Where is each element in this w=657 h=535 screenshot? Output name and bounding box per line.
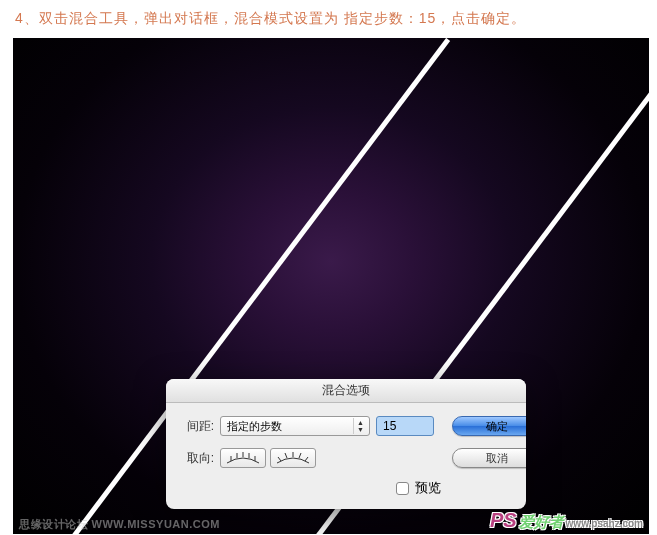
watermark-text: 爱好者 bbox=[519, 513, 564, 532]
align-page-icon bbox=[225, 451, 261, 465]
dialog-title: 混合选项 bbox=[166, 379, 526, 403]
dialog-body: 间距: 指定的步数 ▲▼ 15 确定 取向: bbox=[166, 403, 526, 509]
instruction-text: 4、双击混合工具，弹出对话框，混合模式设置为 指定步数：15，点击确定。 bbox=[0, 0, 657, 36]
stepper-arrows-icon[interactable]: ▲▼ bbox=[353, 418, 367, 434]
watermark-ps: PS bbox=[490, 509, 517, 532]
orientation-align-page-button[interactable] bbox=[220, 448, 266, 468]
watermark-right: PS 爱好者 www.psahz.com bbox=[490, 509, 643, 532]
watermark-left: 思缘设计论坛 WWW.MISSYUAN.COM bbox=[19, 517, 220, 532]
canvas-preview: 混合选项 间距: 指定的步数 ▲▼ 15 确定 取向: bbox=[13, 38, 649, 534]
svg-line-8 bbox=[299, 453, 301, 458]
orientation-align-path-button[interactable] bbox=[270, 448, 316, 468]
preview-label: 预览 bbox=[415, 479, 441, 497]
align-path-icon bbox=[275, 451, 311, 465]
svg-line-6 bbox=[285, 453, 287, 458]
blend-options-dialog: 混合选项 间距: 指定的步数 ▲▼ 15 确定 取向: bbox=[166, 379, 526, 509]
spacing-label: 间距: bbox=[178, 418, 214, 435]
svg-line-5 bbox=[278, 457, 281, 461]
cancel-button[interactable]: 取消 bbox=[452, 448, 526, 468]
orientation-group bbox=[220, 448, 370, 468]
steps-input[interactable]: 15 bbox=[376, 416, 434, 436]
ok-button[interactable]: 确定 bbox=[452, 416, 526, 436]
dropdown-value: 指定的步数 bbox=[227, 419, 282, 434]
preview-row: 预览 bbox=[376, 479, 526, 497]
watermark-url: www.psahz.com bbox=[566, 518, 643, 529]
spacing-dropdown[interactable]: 指定的步数 ▲▼ bbox=[220, 416, 370, 436]
svg-line-9 bbox=[305, 457, 308, 461]
preview-checkbox[interactable] bbox=[396, 482, 409, 495]
orientation-label: 取向: bbox=[178, 450, 214, 467]
